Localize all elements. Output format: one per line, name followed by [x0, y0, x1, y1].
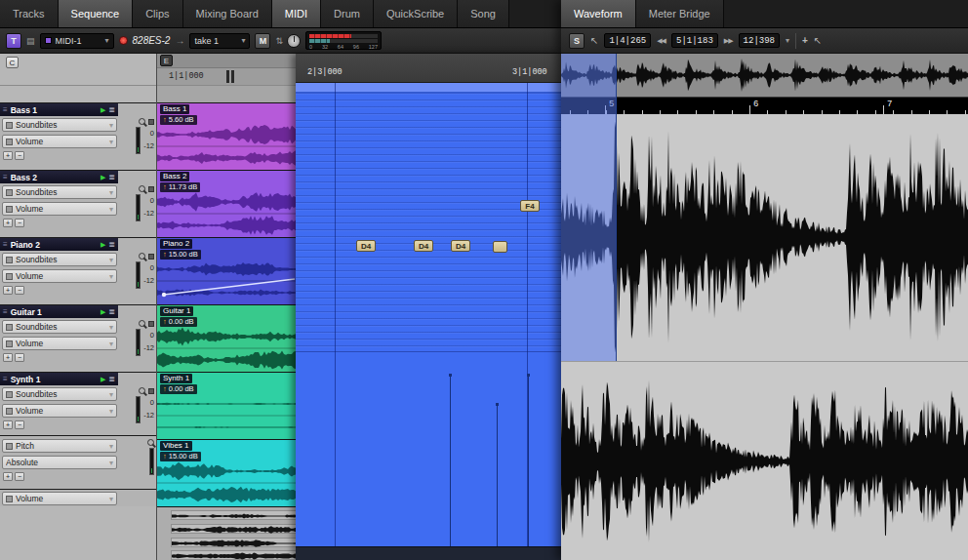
- layer-selector[interactable]: Soundbites▾: [2, 320, 117, 334]
- tab-waveform[interactable]: Waveform: [561, 0, 636, 27]
- monitor-icon[interactable]: [148, 119, 154, 125]
- lane-add-button[interactable]: +: [3, 472, 13, 481]
- monitor-icon[interactable]: [148, 254, 154, 260]
- record-enable-icon[interactable]: [119, 36, 128, 45]
- track-header[interactable]: ≡Bass 2▶≣: [0, 171, 118, 183]
- tab-tracks[interactable]: Tracks: [0, 0, 59, 27]
- track-menu-icon[interactable]: ≣: [108, 375, 115, 383]
- clip-gain-badge[interactable]: ↑15.00 dB: [160, 452, 201, 461]
- edit-layer-button[interactable]: E: [160, 55, 173, 66]
- lane-remove-button[interactable]: −: [15, 151, 24, 160]
- monitor-icon[interactable]: [148, 186, 154, 192]
- lane-remove-button[interactable]: −: [15, 420, 24, 429]
- clip-gain-badge[interactable]: ↑11.73 dB: [160, 182, 200, 192]
- waveform-main-view[interactable]: [561, 114, 968, 560]
- chevron-down-icon[interactable]: ▾: [786, 36, 789, 45]
- clip-gain-badge[interactable]: ↑15.00 dB: [160, 250, 201, 260]
- tab-quickscribe[interactable]: QuickScribe: [374, 0, 458, 27]
- play-enable-icon[interactable]: ▶: [101, 106, 105, 114]
- pan-knob[interactable]: [287, 34, 301, 48]
- crosshair-tool-icon[interactable]: +: [802, 35, 808, 46]
- play-enable-icon[interactable]: ▶: [101, 241, 105, 249]
- tab-meter-bridge[interactable]: Meter Bridge: [636, 0, 724, 27]
- param-selector[interactable]: Volume▾: [2, 337, 117, 350]
- zoom-loupe-icon[interactable]: [147, 439, 154, 446]
- waveform-selection[interactable]: [561, 54, 617, 361]
- volume-param-selector[interactable]: Volume ▾: [2, 492, 117, 505]
- tab-song[interactable]: Song: [458, 0, 509, 27]
- monitor-icon[interactable]: [148, 321, 154, 327]
- pointer-tool-icon[interactable]: ↖: [590, 35, 598, 46]
- monitor-icon[interactable]: [148, 388, 154, 394]
- zoom-loupe-icon[interactable]: [139, 118, 145, 125]
- track-menu-icon[interactable]: ≣: [108, 105, 115, 114]
- solo-button[interactable]: S: [569, 33, 585, 49]
- pitch-param-selector[interactable]: Pitch ▾: [2, 439, 117, 453]
- layer-selector[interactable]: Soundbites▾: [2, 387, 117, 401]
- param-selector[interactable]: Volume▾: [2, 135, 117, 148]
- lane-add-button[interactable]: +: [3, 286, 13, 295]
- counter-selection-start[interactable]: 5|1|183: [671, 33, 718, 48]
- midi-time-ruler[interactable]: 2|3|000 3|1|000: [296, 54, 561, 83]
- zoom-loupe-icon[interactable]: [139, 253, 145, 260]
- tab-midi[interactable]: MIDI: [272, 0, 321, 27]
- play-enable-icon[interactable]: ▶: [101, 308, 105, 316]
- lane-add-button[interactable]: +: [3, 219, 13, 227]
- nudge-updown-icon[interactable]: ⇅: [275, 36, 282, 46]
- clip-gain-badge[interactable]: ↑5.60 dB: [160, 115, 197, 125]
- lane-remove-button[interactable]: −: [15, 472, 24, 481]
- track-header[interactable]: ≡Bass 1▶≣: [0, 103, 118, 116]
- layer-selector[interactable]: Soundbites▾: [2, 185, 117, 199]
- zoom-loupe-icon[interactable]: [139, 320, 145, 327]
- layer-selector[interactable]: Soundbites▾: [2, 253, 117, 266]
- collapse-button[interactable]: C: [6, 57, 19, 68]
- mute-button[interactable]: M: [255, 33, 270, 49]
- lane-add-button[interactable]: +: [3, 353, 13, 362]
- counter-selection-end[interactable]: 12|398: [739, 33, 780, 48]
- param-selector[interactable]: Volume▾: [2, 202, 117, 216]
- step-back-icon[interactable]: ◀◀: [657, 37, 666, 45]
- track-menu-icon[interactable]: ≣: [108, 240, 115, 249]
- velocity-stem[interactable]: [528, 376, 529, 546]
- track-menu-icon[interactable]: ≣: [108, 307, 115, 316]
- play-enable-icon[interactable]: ▶: [101, 174, 105, 181]
- lane-remove-button[interactable]: −: [15, 219, 24, 227]
- lane-add-button[interactable]: +: [3, 151, 13, 160]
- zoom-loupe-icon[interactable]: [139, 185, 145, 192]
- midi-note-d4[interactable]: D4: [356, 240, 376, 252]
- waveform-overview[interactable]: [561, 54, 968, 98]
- play-enable-icon[interactable]: ▶: [101, 376, 105, 383]
- midi-note-f4[interactable]: F4: [520, 200, 540, 212]
- step-forward-icon[interactable]: ▶▶: [724, 37, 733, 45]
- zoom-loupe-icon[interactable]: [139, 387, 145, 394]
- output-device-label[interactable]: 828ES-2: [133, 35, 171, 46]
- midi-note-d4[interactable]: D4: [451, 240, 470, 252]
- tab-mixing-board[interactable]: Mixing Board: [183, 0, 272, 27]
- track-header[interactable]: ≡Guitar 1▶≣: [0, 305, 118, 318]
- cursor-tool-icon[interactable]: ↖: [814, 35, 822, 46]
- tab-drum[interactable]: Drum: [321, 0, 374, 27]
- midi-note[interactable]: [493, 241, 507, 253]
- track-menu-icon[interactable]: ≣: [108, 173, 115, 181]
- layer-selector[interactable]: Soundbites▾: [2, 118, 117, 132]
- counter-main[interactable]: 1|4|265: [604, 33, 651, 48]
- clip-gain-badge[interactable]: ↑0.00 dB: [160, 384, 197, 394]
- param-selector[interactable]: Volume▾: [2, 269, 117, 283]
- take-selector[interactable]: take 1 ▾: [189, 33, 250, 49]
- lane-add-button[interactable]: +: [3, 420, 13, 429]
- velocity-stem[interactable]: [497, 405, 498, 546]
- param-selector[interactable]: Volume▾: [2, 404, 117, 418]
- track-header[interactable]: ≡Synth 1▶≣: [0, 373, 118, 385]
- lane-remove-button[interactable]: −: [15, 353, 24, 362]
- track-type-button[interactable]: T: [6, 33, 21, 49]
- velocity-stem[interactable]: [450, 376, 451, 546]
- playhead-marker[interactable]: [226, 70, 234, 83]
- midi-note-d4[interactable]: D4: [414, 240, 433, 252]
- tab-clips[interactable]: Clips: [133, 0, 182, 27]
- lane-remove-button[interactable]: −: [15, 286, 24, 295]
- track-header[interactable]: ≡Piano 2▶≣: [0, 238, 118, 251]
- waveform-time-ruler[interactable]: 567: [561, 98, 968, 114]
- tab-sequence[interactable]: Sequence: [59, 0, 134, 27]
- clip-gain-badge[interactable]: ↑0.00 dB: [160, 317, 197, 327]
- midi-editor-panel[interactable]: 2|3|000 3|1|000 D4D4D4F4: [296, 54, 561, 560]
